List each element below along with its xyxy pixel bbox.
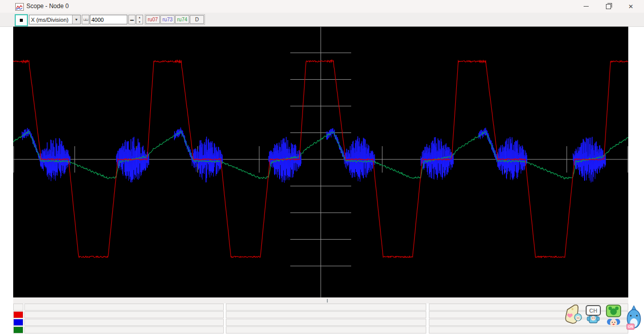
channel-label: ru73 — [162, 17, 173, 22]
spin-down-icon[interactable]: ▼ — [137, 20, 143, 24]
svg-text:CH: CH — [589, 308, 597, 314]
minimize-button[interactable] — [575, 0, 597, 13]
window-title: Scope - Node 0 — [26, 3, 69, 10]
close-button[interactable]: ✕ — [620, 0, 642, 13]
channel-button-4[interactable]: D — [190, 15, 204, 24]
swatch-header-cell — [13, 304, 23, 311]
close-icon: ✕ — [628, 4, 633, 10]
table-cell — [226, 326, 426, 333]
swatch-blue — [13, 319, 23, 326]
channel-button-1[interactable]: ru07 — [146, 15, 160, 24]
stop-icon — [19, 18, 24, 23]
restore-icon — [606, 4, 611, 9]
toolbar: X (ms/Division) ▼ ⊔⊔ ▬ ▲ ▼ ru07 ru73 ru7… — [0, 13, 644, 27]
green-badge-icon[interactable] — [604, 303, 623, 332]
position-slider[interactable] — [13, 297, 628, 304]
plush-heart-icon[interactable] — [563, 303, 583, 332]
table-cell — [24, 326, 224, 333]
table-cell — [226, 319, 426, 326]
channel-label: D — [195, 17, 198, 22]
channel-button-2[interactable]: ru73 — [160, 15, 175, 24]
table-cell — [226, 304, 426, 311]
axis-mode-value: X (ms/Division) — [29, 17, 72, 23]
slider-thumb[interactable] — [327, 299, 328, 303]
app-icon — [15, 3, 24, 11]
stop-record-button[interactable] — [15, 14, 28, 26]
table-cell — [24, 304, 224, 311]
swatch-column — [13, 304, 23, 334]
channel-label: ru07 — [148, 17, 158, 22]
steps-icon: ⊔⊔ — [83, 18, 88, 22]
scope-display[interactable] — [13, 26, 628, 297]
swatch-red — [13, 311, 23, 318]
chevron-down-icon[interactable]: ▼ — [72, 15, 80, 24]
desktop-mascot-icons: CH ON — [563, 303, 643, 332]
table-cell — [24, 311, 224, 318]
scope-window: { "window": { "title": "Scope - Node 0" … — [0, 0, 644, 334]
slider-toggle-button[interactable]: ⊔⊔ — [82, 15, 89, 24]
ch-sign-icon[interactable]: CH — [584, 303, 603, 332]
channel-button-3[interactable]: ru74 — [175, 15, 189, 24]
title-bar: Scope - Node 0 ✕ — [0, 0, 644, 13]
value-spinner[interactable]: ▲ ▼ — [136, 15, 143, 24]
legend-table — [13, 304, 628, 334]
keypad-button[interactable]: ▬ — [128, 15, 135, 24]
shark-on-icon[interactable]: ON — [624, 303, 643, 332]
waveform-canvas — [13, 27, 628, 297]
svg-text:ON: ON — [628, 325, 633, 328]
swatch-green — [13, 326, 23, 333]
table-cell — [24, 319, 224, 326]
legend-column-1 — [24, 304, 224, 334]
restore-button[interactable] — [597, 0, 620, 13]
spin-up-icon[interactable]: ▲ — [137, 15, 143, 20]
table-cell — [226, 311, 426, 318]
channel-button-group: ru07 ru73 ru74 D — [145, 14, 205, 25]
keypad-icon: ▬ — [130, 18, 134, 21]
window-controls: ✕ — [575, 0, 642, 13]
channel-label: ru74 — [177, 17, 187, 22]
legend-column-2 — [226, 304, 426, 334]
division-value-input[interactable] — [90, 15, 127, 24]
minimize-icon — [584, 6, 589, 7]
axis-mode-dropdown[interactable]: X (ms/Division) ▼ — [29, 15, 81, 24]
